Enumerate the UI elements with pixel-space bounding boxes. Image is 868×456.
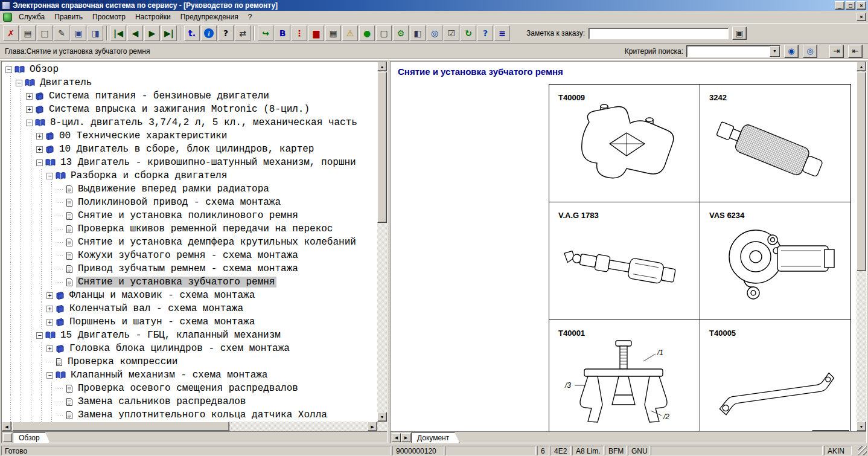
tab-scroll-button[interactable] [3, 433, 12, 442]
tree-item[interactable]: −15 Двигатель - ГБЦ, клапанный механизм [2, 329, 377, 342]
bulletin-button[interactable]: B [275, 25, 290, 41]
tree-item[interactable]: −Клапанный механизм - схема монтажа [2, 368, 377, 382]
swap-button[interactable]: ⇄ [235, 25, 251, 41]
service-button[interactable]: ⚙ [393, 25, 409, 41]
nav-prev-button[interactable]: ◀ [127, 25, 143, 41]
tree-item-label[interactable]: Клапанный механизм - схема монтажа [69, 370, 269, 381]
tree-item[interactable]: Замена уплотнительного кольца датчика Хо… [2, 408, 377, 422]
tree-item[interactable]: Проверка компрессии [2, 355, 377, 368]
tree-item-label[interactable]: Проверка осевого смещения распредвалов [76, 383, 300, 394]
tree-item-label[interactable]: 10 Двигатель в сборе, блок цилиндров, ка… [57, 144, 316, 155]
tree-item-label[interactable]: Замена уплотнительного кольца датчика Хо… [76, 409, 329, 420]
tree-vertical-scrollbar[interactable]: ▲ ▼ [377, 62, 387, 422]
print-button[interactable]: ▤ [20, 25, 36, 41]
expand-plus-icon[interactable]: + [46, 292, 53, 299]
expand-plus-icon[interactable]: + [46, 319, 53, 326]
resize-grip[interactable] [858, 446, 867, 455]
tree-item[interactable]: Кожухи зубчатого ремня - схема монтажа [2, 249, 377, 262]
expand-plus-icon[interactable]: + [36, 133, 43, 140]
stack-button[interactable]: ≡ [494, 25, 510, 41]
tree-item-label[interactable]: Двигатель [38, 77, 94, 88]
tree-item[interactable]: −Разборка и сборка двигателя [2, 169, 377, 182]
warning-button[interactable]: ⚠ [342, 25, 358, 41]
maximize-button[interactable]: □ [846, 1, 855, 10]
tree-item[interactable]: Замена сальников распредвалов [2, 395, 377, 408]
expand-plus-icon[interactable]: + [26, 106, 33, 113]
vehicle-id-button[interactable]: ▣ [71, 25, 86, 41]
tree-item[interactable]: +00 Технические характеристики [2, 129, 377, 143]
menu-edit[interactable]: Править [49, 11, 88, 22]
edit-order-button[interactable]: ✎ [54, 25, 69, 41]
tree-scroll-thumb[interactable] [377, 72, 387, 223]
doc-help-button[interactable]: ? [477, 25, 493, 41]
tree-item-label[interactable]: Система впрыска и зажигания Motronic (8-… [47, 104, 311, 115]
manual-button[interactable]: ▆ [308, 25, 324, 41]
tree-item-label[interactable]: 8-цил. двигатель 3,7/4,2 л, 5 кл., механ… [48, 117, 359, 128]
tree-item-label[interactable]: Привод зубчатым ремнем - схема монтажа [76, 263, 300, 274]
search-criterion-value[interactable] [687, 46, 770, 57]
tree-item-label[interactable]: 13 Двигатель - кривошипно-шатунный механ… [59, 157, 358, 168]
collapse-minus-icon[interactable]: − [36, 159, 43, 166]
search-vehicle-button[interactable]: ◎ [427, 25, 442, 41]
order-note-input[interactable] [589, 28, 729, 39]
document-vertical-scrollbar[interactable]: ▲ ▼ [857, 62, 866, 431]
tree-item[interactable]: −13 Двигатель - кривошипно-шатунный меха… [2, 156, 377, 169]
order-note-button[interactable]: ▣ [732, 27, 747, 40]
refresh-button[interactable]: ↻ [461, 25, 476, 41]
doc-tab-next-button[interactable]: ▶ [401, 433, 410, 442]
monitor-button[interactable]: ▢ [376, 25, 392, 41]
tree-item-label[interactable]: Выдвижение вперед рамки радиатора [76, 184, 271, 194]
collapse-minus-icon[interactable]: − [5, 66, 12, 73]
find-button[interactable]: ◉ [784, 45, 799, 58]
tree-item[interactable]: +Система впрыска и зажигания Motronic (8… [2, 103, 377, 116]
vehicle-side-button[interactable]: ◧ [410, 25, 426, 41]
tree-item[interactable]: Поликлиновой привод - схема монтажа [2, 196, 377, 209]
info-button[interactable]: i [201, 25, 217, 41]
tree-item-label[interactable]: Кожухи зубчатого ремня - схема монтажа [76, 250, 300, 261]
menu-help[interactable]: ? [243, 11, 257, 22]
tree-item[interactable]: +Коленчатый вал - схема монтажа [2, 302, 377, 315]
collapse-minus-icon[interactable]: − [16, 80, 22, 86]
tree-hscroll-thumb[interactable] [12, 422, 229, 431]
tree-item-label[interactable]: 00 Технические характеристики [57, 130, 229, 141]
tree-item-label[interactable]: Фланцы и маховик - схема монтажа [68, 290, 257, 301]
tree-item-label[interactable]: Проверка компрессии [66, 356, 179, 367]
collapse-minus-icon[interactable]: − [46, 173, 53, 179]
tree-item[interactable]: +Система питания - бензиновые двигатели [2, 89, 377, 103]
tree-item[interactable]: +10 Двигатель в сборе, блок цилиндров, к… [2, 143, 377, 156]
nav-first-button[interactable]: |◀ [110, 25, 126, 41]
close-button[interactable]: × [857, 1, 866, 10]
document-scroll-thumb[interactable] [857, 72, 866, 271]
scroll-up-icon[interactable]: ▲ [377, 62, 387, 71]
tree-item[interactable]: Снятие и установка демпфера крутильных к… [2, 236, 377, 249]
search-criterion-combobox[interactable]: ▼ [686, 45, 780, 57]
scroll-left-icon[interactable]: ◀ [2, 422, 11, 431]
expand-plus-icon[interactable]: + [46, 345, 53, 352]
tree-item[interactable]: −8-цил. двигатель 3,7/4,2 л, 5 кл., меха… [2, 116, 377, 129]
tree-item-label[interactable]: Замена сальников распредвалов [76, 396, 247, 407]
menu-settings[interactable]: Настройки [130, 11, 176, 22]
tab-document[interactable]: Документ [411, 432, 459, 443]
tree-item-label[interactable]: Разборка и сборка двигателя [69, 170, 229, 181]
new-document-button[interactable]: □ [37, 25, 53, 41]
text-link-button[interactable]: t. [184, 25, 200, 41]
doc-tab-prev-button[interactable]: ◀ [392, 433, 401, 442]
help-button[interactable]: ? [218, 25, 234, 41]
status-button[interactable]: ● [359, 25, 375, 41]
menu-service[interactable]: Служба [14, 11, 49, 22]
expand-plus-icon[interactable]: + [36, 146, 43, 153]
tree-item-label[interactable]: Поршнень и шатун - схема монтажа [68, 316, 257, 327]
tree-item[interactable]: +Головка блока цилиндров - схем монтажа [2, 342, 377, 355]
find-all-button[interactable]: ◎ [803, 45, 817, 58]
scroll-down-icon[interactable]: ▼ [377, 412, 387, 422]
checklist-button[interactable]: ☑ [444, 25, 459, 41]
mdi-close-button[interactable]: × [857, 13, 866, 21]
tree-item-label[interactable]: Коленчатый вал - схема монтажа [68, 303, 245, 314]
tree-item[interactable]: Проверка осевого смещения распредвалов [2, 382, 377, 395]
scroll-down-icon[interactable]: ▼ [857, 422, 866, 431]
tree-item[interactable]: −Двигатель [2, 76, 377, 89]
tree-item-label[interactable]: Головка блока цилиндров - схем монтажа [68, 343, 292, 354]
tree-item-label[interactable]: Поликлиновой привод - схема монтажа [76, 197, 282, 208]
menu-view[interactable]: Просмотр [88, 11, 130, 22]
tree-item-label[interactable]: 15 Двигатель - ГБЦ, клапанный механизм [59, 330, 282, 341]
